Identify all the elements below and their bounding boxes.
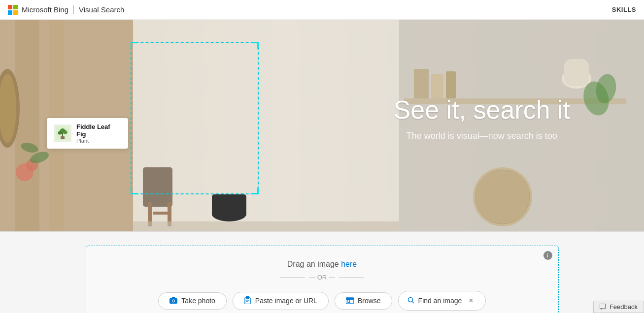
svg-rect-23 <box>414 69 429 98</box>
plant-name-label: Fiddle Leaf Fig <box>76 123 121 138</box>
close-find-button[interactable]: × <box>466 295 476 306</box>
svg-rect-34 <box>61 136 65 139</box>
svg-rect-17 <box>168 202 171 226</box>
drag-text-link: here <box>341 260 357 268</box>
browse-icon <box>346 297 354 305</box>
selection-box <box>131 42 259 194</box>
logo-group: Microsoft Bing <box>8 5 68 15</box>
hero-subheadline: The world is visual—now search is too <box>394 131 570 141</box>
feedback-label: Feedback <box>610 303 638 311</box>
svg-point-30 <box>580 79 612 119</box>
svg-point-9 <box>0 74 16 143</box>
svg-rect-0 <box>8 5 12 9</box>
svg-point-26 <box>473 167 532 226</box>
svg-rect-6 <box>15 20 39 231</box>
svg-point-51 <box>408 297 412 302</box>
svg-point-10 <box>16 163 34 181</box>
svg-point-13 <box>20 141 39 155</box>
paste-icon <box>244 296 251 306</box>
svg-point-11 <box>26 159 38 171</box>
drag-text-pre: Drag an image <box>287 260 341 268</box>
search-icon <box>407 297 414 305</box>
svg-point-38 <box>60 128 65 132</box>
hero-section: Fiddle Leaf Fig Plant See it, search it … <box>0 20 644 231</box>
hero-text-block: See it, search it The world is visual—no… <box>394 96 570 141</box>
paste-label: Paste image or URL <box>255 297 317 305</box>
or-line-right <box>339 277 364 278</box>
svg-rect-32 <box>133 221 399 231</box>
plant-info: Fiddle Leaf Fig Plant <box>76 123 121 144</box>
svg-rect-48 <box>346 298 354 300</box>
or-label: — OR — <box>309 274 335 281</box>
or-line-left <box>280 277 305 278</box>
svg-rect-3 <box>13 10 18 15</box>
svg-point-49 <box>347 300 349 302</box>
find-label: Find an image <box>418 297 462 305</box>
info-icon[interactable]: i <box>543 251 552 260</box>
find-image-button[interactable]: Find an image × <box>398 291 486 311</box>
plant-selection-area: Fiddle Leaf Fig Plant <box>131 42 259 194</box>
plant-type-label: Plant <box>76 138 121 144</box>
camera-icon <box>169 297 177 305</box>
header: Microsoft Bing Visual Search SKILLS <box>0 0 644 20</box>
header-divider <box>73 5 74 14</box>
microsoft-logo <box>8 5 18 15</box>
or-divider: — OR — <box>106 274 539 281</box>
svg-line-52 <box>412 301 414 303</box>
upload-box: i Drag an image here — OR — Take photo <box>86 246 559 313</box>
corner-tl <box>131 42 137 49</box>
plant-thumbnail-icon <box>56 126 69 140</box>
corner-tr <box>252 42 259 49</box>
svg-point-12 <box>29 150 50 165</box>
svg-rect-42 <box>172 297 175 299</box>
plant-tooltip[interactable]: Fiddle Leaf Fig Plant <box>47 118 128 149</box>
corner-bl <box>131 188 137 194</box>
skills-button[interactable]: SKILLS <box>612 6 636 13</box>
svg-rect-24 <box>431 74 443 98</box>
svg-rect-2 <box>8 10 12 15</box>
upload-section: i Drag an image here — OR — Take photo <box>0 231 644 313</box>
bing-logo-text: Microsoft Bing <box>22 5 68 14</box>
svg-rect-20 <box>212 194 246 217</box>
svg-rect-29 <box>564 59 589 86</box>
svg-point-19 <box>212 207 246 221</box>
svg-rect-25 <box>446 71 456 98</box>
hero-headline: See it, search it <box>394 96 570 124</box>
page-title: Visual Search <box>79 5 124 14</box>
svg-rect-1 <box>13 5 18 9</box>
svg-point-27 <box>475 170 530 224</box>
take-photo-button[interactable]: Take photo <box>158 292 227 310</box>
take-photo-label: Take photo <box>181 297 215 305</box>
svg-point-28 <box>562 69 591 89</box>
svg-point-31 <box>594 72 618 105</box>
svg-rect-18 <box>153 212 168 215</box>
browse-button[interactable]: Browse <box>335 292 392 310</box>
action-buttons-row: Take photo Paste image or URL <box>106 291 539 311</box>
svg-point-8 <box>0 69 20 148</box>
feedback-button[interactable]: Feedback <box>593 301 644 313</box>
svg-rect-53 <box>600 304 606 309</box>
svg-line-50 <box>349 302 351 304</box>
plant-thumbnail <box>54 125 71 142</box>
feedback-icon <box>600 304 607 311</box>
paste-button[interactable]: Paste image or URL <box>233 292 329 310</box>
drag-text: Drag an image here <box>106 260 539 269</box>
svg-rect-16 <box>148 202 152 226</box>
svg-point-41 <box>172 300 174 302</box>
browse-label: Browse <box>358 297 381 305</box>
svg-rect-44 <box>246 296 249 299</box>
corner-br <box>252 188 259 194</box>
